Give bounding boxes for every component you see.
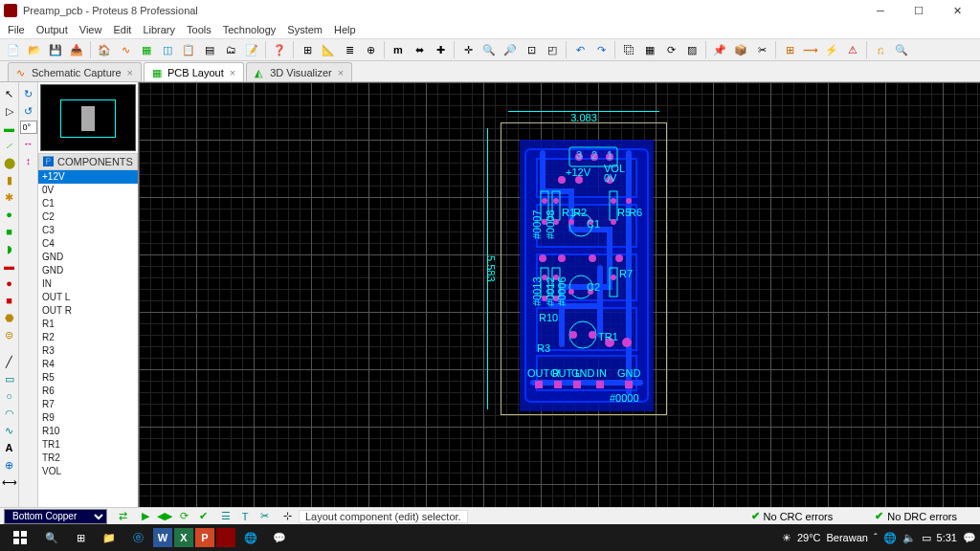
rotate-ccw-icon[interactable]: ↻	[21, 86, 36, 101]
mirror-v-icon[interactable]: ↕	[21, 153, 36, 168]
block-delete-icon[interactable]: ▨	[682, 40, 702, 59]
trace-style-icon[interactable]: T	[237, 509, 253, 524]
angle-input[interactable]	[20, 121, 37, 134]
block-move-icon[interactable]: ▦	[640, 40, 659, 59]
drc-icon[interactable]: ⚠	[843, 40, 862, 59]
proteus-taskbar-icon[interactable]	[216, 528, 235, 547]
save-icon[interactable]: 💾	[46, 40, 65, 59]
tray-chevron-icon[interactable]: ˆ	[874, 532, 878, 543]
smt-poly-icon[interactable]: ⬣	[2, 310, 17, 325]
zoom-in-icon[interactable]: 🔍	[479, 40, 499, 59]
cut-icon[interactable]: ✂	[256, 509, 272, 524]
design-explorer-icon[interactable]: 🗂	[221, 40, 240, 59]
volume-icon[interactable]: 🔈	[902, 532, 916, 544]
symbol-icon[interactable]: ⊕	[2, 457, 17, 473]
new-icon[interactable]: 📄	[4, 40, 23, 59]
component-item[interactable]: R9	[38, 411, 138, 425]
battery-icon[interactable]: ▭	[922, 532, 931, 544]
decompose-icon[interactable]: ✂	[752, 40, 771, 59]
autoplace-icon[interactable]: ⊞	[780, 40, 799, 59]
gerber-icon[interactable]: ▤	[200, 40, 219, 59]
undo-icon[interactable]: ↶	[570, 40, 590, 59]
component-item[interactable]: R1	[38, 318, 138, 331]
import-icon[interactable]: 📥	[67, 40, 86, 59]
component-icon[interactable]: ▷	[2, 103, 17, 119]
smt-square-icon[interactable]: ■	[2, 293, 17, 308]
open-icon[interactable]: 📂	[25, 40, 44, 59]
circle-icon[interactable]: ○	[2, 388, 17, 404]
component-item[interactable]: TR1	[38, 438, 138, 452]
metric-icon[interactable]: m	[389, 40, 408, 59]
close-tab-icon[interactable]: ×	[127, 67, 133, 78]
smt-round-icon[interactable]: ●	[2, 276, 17, 291]
snap-icon[interactable]: ⬌	[410, 40, 429, 59]
component-item[interactable]: GND	[38, 251, 138, 264]
origin-icon[interactable]: ⊕	[361, 40, 380, 59]
component-item[interactable]: R3	[38, 344, 138, 358]
package-icon[interactable]: 📦	[731, 40, 750, 59]
help-icon[interactable]: ❓	[270, 40, 289, 59]
route-flip-icon[interactable]: ⇄	[115, 509, 130, 524]
toggle-ratsnest-icon[interactable]: ⊹	[279, 509, 295, 524]
toggle-grid-icon[interactable]: ⊞	[298, 40, 317, 59]
component-item[interactable]: +12V	[38, 170, 138, 184]
clock[interactable]: 5:31	[937, 532, 957, 543]
notes-icon[interactable]: 📝	[242, 40, 261, 59]
task-view-icon[interactable]: ⊞	[67, 526, 94, 549]
overview-preview[interactable]	[40, 84, 136, 151]
excel-icon[interactable]: X	[174, 528, 193, 547]
component-item[interactable]: C2	[38, 210, 138, 224]
package-mode-icon[interactable]: ▬	[2, 121, 17, 136]
coord-icon[interactable]: ✚	[431, 40, 450, 59]
component-item[interactable]: GND	[38, 264, 138, 277]
toggle-trace-icon[interactable]: ⟳	[176, 509, 191, 524]
bom-icon[interactable]: 📋	[179, 40, 198, 59]
zoom-center-icon[interactable]: ✛	[458, 40, 478, 59]
mirror-h-icon[interactable]: ↔	[21, 136, 36, 151]
menu-library[interactable]: Library	[143, 24, 175, 35]
via-icon[interactable]: ⬤	[2, 155, 17, 170]
line-icon[interactable]: ╱	[2, 354, 17, 369]
square-pad-icon[interactable]: ■	[2, 224, 17, 239]
close-button[interactable]: ✕	[938, 0, 976, 21]
home-icon[interactable]: 🏠	[95, 40, 114, 59]
menu-view[interactable]: View	[79, 24, 102, 35]
menu-system[interactable]: System	[287, 24, 323, 35]
component-item[interactable]: 0V	[38, 184, 138, 197]
zoom-all-icon[interactable]: ⊡	[522, 40, 541, 59]
menu-technology[interactable]: Technology	[223, 24, 277, 35]
component-item[interactable]: IN	[38, 277, 138, 291]
component-item[interactable]: OUT R	[38, 304, 138, 318]
block-rotate-icon[interactable]: ⟳	[661, 40, 680, 59]
rotate-cw-icon[interactable]: ↺	[21, 103, 36, 119]
component-item[interactable]: OUT L	[38, 291, 138, 304]
edge-pad-icon[interactable]: ▬	[2, 258, 17, 274]
word-icon[interactable]: W	[153, 528, 172, 547]
track-icon[interactable]: ⟋	[2, 138, 17, 153]
pcb-icon[interactable]: ▦	[137, 40, 156, 59]
selection-filter-icon[interactable]: ☰	[218, 509, 234, 524]
ratsnest-icon[interactable]: ✱	[2, 189, 17, 205]
complete-icon[interactable]: ✔	[195, 509, 211, 524]
network-icon[interactable]: 🌐	[883, 532, 897, 544]
maximize-button[interactable]: ☐	[900, 0, 938, 21]
component-item[interactable]: R5	[38, 371, 138, 385]
arc-icon[interactable]: ◠	[2, 406, 17, 421]
search-taskbar-icon[interactable]: 🔍	[38, 526, 65, 549]
dimension-icon[interactable]: ⟷	[2, 474, 17, 490]
reverse-icon[interactable]: ◀▶	[157, 509, 172, 524]
pick-parts-icon[interactable]: 🅿	[43, 156, 54, 167]
menu-help[interactable]: Help	[334, 24, 356, 35]
menu-file[interactable]: File	[8, 24, 25, 35]
component-item[interactable]: VOL	[38, 465, 138, 478]
connectivity-icon[interactable]: ⚡	[822, 40, 841, 59]
zoom-out-icon[interactable]: 🔎	[501, 40, 520, 59]
component-item[interactable]: TR2	[38, 452, 138, 465]
zoom-area-icon[interactable]: ◰	[543, 40, 562, 59]
component-item[interactable]: R4	[38, 358, 138, 371]
padstack-icon[interactable]: ⊜	[2, 327, 17, 342]
tab-schematic[interactable]: ∿ Schematic Capture ×	[8, 62, 142, 81]
live-netlist-icon[interactable]: ▶	[138, 509, 153, 524]
3d-icon[interactable]: ◫	[158, 40, 177, 59]
close-tab-icon[interactable]: ×	[338, 67, 344, 78]
